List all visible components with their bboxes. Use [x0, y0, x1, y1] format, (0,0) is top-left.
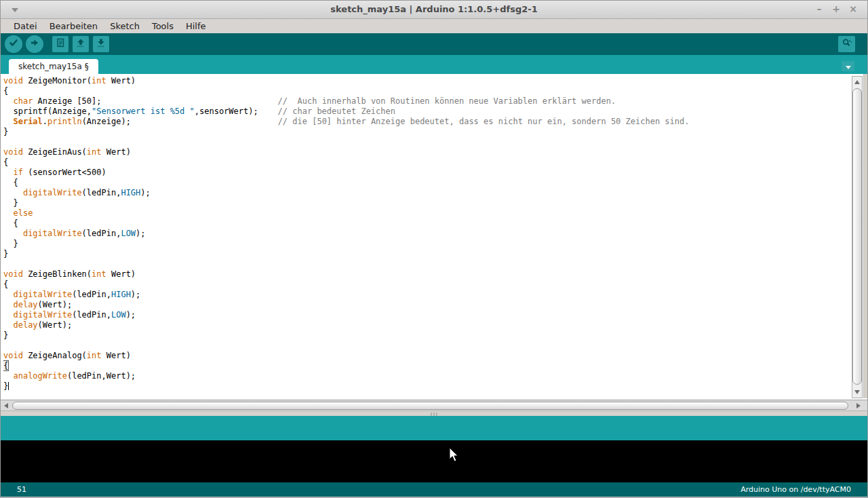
toolbar-buttons [5, 35, 111, 53]
code-line: sprintf(Anzeige,"Sensorwert ist %5d ",se… [3, 107, 847, 117]
code-line: void ZeigeAnalog(int Wert) [3, 351, 847, 361]
scroll-down-arrow-icon[interactable] [854, 390, 860, 394]
verify-button[interactable] [5, 35, 22, 53]
code-line: char Anzeige [50]; // Auch innerhalb von… [3, 96, 847, 107]
code-line: } [3, 381, 847, 391]
new-sketch-button[interactable] [52, 36, 68, 52]
title-bar: sketch_may15a | Arduino 1:1.0.5+dfsg2-1 … [1, 1, 867, 19]
board-port-info: Arduino Uno on /dev/ttyACM0 [741, 485, 851, 494]
close-button[interactable]: × [848, 3, 858, 14]
code-line: } [3, 198, 847, 208]
menu-item-sketch[interactable]: Sketch [104, 20, 146, 33]
editor-pane[interactable]: void ZeigeMonitor(int Wert){ char Anzeig… [1, 74, 867, 400]
code-line: digitalWrite(ledPin,LOW); [3, 229, 847, 239]
code-editor[interactable]: void ZeigeMonitor(int Wert){ char Anzeig… [3, 76, 847, 400]
code-line: { [3, 280, 847, 290]
code-line: } [3, 330, 847, 341]
code-line: analogWrite(ledPin,Wert); [3, 371, 847, 381]
menu-item-bearbeiten[interactable]: Bearbeiten [43, 20, 104, 33]
horizontal-scrollbar-thumb[interactable] [12, 402, 848, 410]
code-line: digitalWrite(ledPin,HIGH); [3, 188, 847, 198]
minimize-button[interactable]: – [814, 3, 824, 14]
code-line: { [3, 218, 847, 229]
code-line [3, 341, 847, 351]
tab-sketch-may15a[interactable]: sketch_may15a § [9, 59, 98, 74]
editor-right-frame [863, 74, 867, 398]
horizontal-scrollbar-strip [1, 400, 867, 410]
code-line: if (sensorWert<500) [3, 168, 847, 178]
line-number: 51 [17, 485, 26, 494]
code-line: digitalWrite(ledPin,LOW); [3, 310, 847, 320]
tab-strip: sketch_may15a § [1, 55, 867, 74]
code-line: void ZeigeBlinken(int Wert) [3, 269, 847, 280]
arduino-ide-window: sketch_may15a | Arduino 1:1.0.5+dfsg2-1 … [0, 0, 868, 498]
save-button[interactable] [93, 36, 109, 52]
arrow-right-icon [29, 37, 40, 51]
tab-label: sketch_may15a § [18, 62, 89, 71]
vertical-scrollbar-thumb[interactable] [852, 88, 862, 385]
code-line: delay(Wert); [3, 320, 847, 330]
code-line [3, 137, 847, 147]
code-line: void ZeigeEinAus(int Wert) [3, 147, 847, 157]
menu-item-hilfe[interactable]: Hilfe [180, 20, 212, 33]
code-line: Serial.println(Anzeige); // die [50] hin… [3, 117, 847, 127]
code-line [3, 259, 847, 269]
tab-list-dropdown-button[interactable] [842, 61, 854, 71]
check-icon [8, 37, 19, 51]
code-line: } [3, 127, 847, 137]
scroll-up-arrow-icon[interactable] [854, 80, 860, 84]
status-bar: 51 Arduino Uno on /dev/ttyACM0 [1, 482, 867, 497]
code-line: else [3, 208, 847, 218]
window-title: sketch_may15a | Arduino 1:1.0.5+dfsg2-1 [1, 4, 867, 14]
code-line: { [3, 178, 847, 188]
code-line: } [3, 249, 847, 259]
code-line: { [3, 157, 847, 168]
code-line: void ZeigeMonitor(int Wert) [3, 76, 847, 86]
horizontal-scrollbar[interactable] [4, 402, 848, 410]
maximize-button[interactable]: + [831, 3, 841, 14]
upload-button[interactable] [26, 35, 43, 53]
menu-bar: DateiBearbeitenSketchToolsHilfe [1, 19, 867, 33]
chevron-down-icon [845, 60, 852, 73]
menu-item-tools[interactable]: Tools [146, 20, 180, 33]
editor-console-splitter[interactable] [1, 410, 867, 416]
code-line: delay(Wert); [3, 300, 847, 310]
code-line: { [3, 86, 847, 96]
vertical-scrollbar[interactable] [852, 76, 863, 398]
document-icon [55, 37, 66, 51]
toolbar [1, 33, 867, 55]
magnifier-icon [842, 37, 852, 51]
scroll-right-arrow-icon[interactable] [856, 403, 861, 408]
text-caret [8, 382, 9, 390]
window-controls: –+× [814, 3, 858, 14]
code-line: } [3, 239, 847, 249]
code-line: digitalWrite(ledPin,HIGH); [3, 290, 847, 300]
open-button[interactable] [73, 36, 89, 52]
arrow-down-icon [96, 37, 106, 51]
arrow-up-icon [75, 37, 86, 51]
status-message-band [1, 416, 867, 440]
menu-item-datei[interactable]: Datei [7, 20, 43, 33]
mouse-cursor [449, 447, 459, 465]
serial-monitor-button[interactable] [838, 36, 855, 52]
scroll-left-arrow-icon[interactable] [4, 403, 8, 408]
code-line: { [3, 361, 847, 371]
console-output [1, 440, 867, 482]
